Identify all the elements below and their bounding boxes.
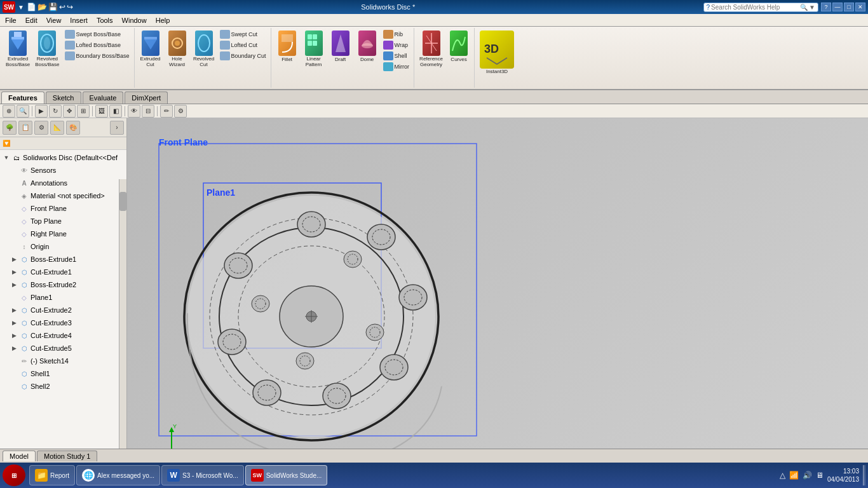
extruded-cut-btn[interactable]: ExtrudedCut <box>138 29 163 86</box>
undo-icon[interactable]: ↩ <box>59 3 65 11</box>
boss-extrude1-expand[interactable]: ▶ <box>10 255 18 263</box>
tree-scrollbar[interactable] <box>119 179 126 475</box>
taskbar-report[interactable]: 📁 Report <box>29 465 75 485</box>
tree-item-boss-extrude1[interactable]: ▶ ⬡ Boss-Extrude1 <box>0 253 126 266</box>
reference-geometry-btn[interactable]: ReferenceGeometry <box>417 29 445 86</box>
tree-item-boss-extrude2[interactable]: ▶ ⬡ Boss-Extrude2 <box>0 278 126 291</box>
dim-xpert-manager-btn[interactable]: 📐 <box>50 121 64 135</box>
menu-help[interactable]: Help <box>152 16 174 25</box>
tree-item-right-plane[interactable]: ◇ Right Plane <box>0 227 126 240</box>
hide-show-btn[interactable]: 👁 <box>128 105 140 118</box>
boss-extrude2-expand[interactable]: ▶ <box>10 281 18 288</box>
selection-filter-btn[interactable]: ▶ <box>35 105 48 118</box>
menu-view[interactable]: View <box>43 16 65 25</box>
rib-btn[interactable]: Rib <box>381 29 412 39</box>
new-icon[interactable]: 📄 <box>27 3 36 11</box>
notify-icon[interactable]: △ <box>780 471 785 480</box>
tree-item-cut-extrude4[interactable]: ▶ ⬡ Cut-Extrude4 <box>0 329 126 342</box>
open-icon[interactable]: 📂 <box>37 3 47 11</box>
feature-manager-btn[interactable]: 🌳 <box>3 121 17 135</box>
network-icon[interactable]: 📶 <box>789 471 799 480</box>
bottom-tab-model[interactable]: Model <box>3 451 36 461</box>
extruded-boss-base-btn[interactable]: ExtrudedBoss/Base <box>4 29 32 86</box>
cut-extrude2-expand[interactable]: ▶ <box>10 306 18 314</box>
tab-dimxpert[interactable]: DimXpert <box>125 92 168 104</box>
boundary-cut-btn[interactable]: Boundary Cut <box>218 51 268 61</box>
curves-btn[interactable]: Curves <box>446 29 471 86</box>
swept-boss-base-btn[interactable]: Swept Boss/Base <box>63 29 132 39</box>
hole-wizard-btn[interactable]: HoleWizard <box>165 29 190 86</box>
expand-icon[interactable]: › <box>110 121 124 135</box>
tree-item-cut-extrude1[interactable]: ▶ ⬡ Cut-Extrude1 <box>0 266 126 278</box>
menu-file[interactable]: File <box>1 16 20 25</box>
bottom-tab-motion-study[interactable]: Motion Study 1 <box>37 451 97 461</box>
menu-insert[interactable]: Insert <box>66 16 92 25</box>
cut-extrude1-expand[interactable]: ▶ <box>10 268 18 276</box>
tree-item-material[interactable]: ◈ Material <not specified> <box>0 189 126 202</box>
volume-icon[interactable]: 🔊 <box>803 471 812 480</box>
menu-window[interactable]: Window <box>118 16 151 25</box>
show-desktop-btn[interactable] <box>863 465 865 485</box>
tree-item-origin[interactable]: ↕ Origin <box>0 240 126 253</box>
zoom-fit-btn[interactable]: ⊕ <box>3 105 15 118</box>
view-settings-btn[interactable]: ⚙ <box>174 105 187 118</box>
cut-extrude4-expand[interactable]: ▶ <box>10 332 18 339</box>
viewport[interactable]: ⊕ ⊖ ▶ ↻ ✥ ⊞ 🖼 ◧ 👁 🌅 ⚙ ⊞ — | <box>127 118 868 488</box>
save-icon[interactable]: 💾 <box>48 3 58 11</box>
tab-sketch[interactable]: Sketch <box>46 92 81 104</box>
tree-item-top-plane[interactable]: ◇ Top Plane <box>0 215 126 227</box>
tab-features[interactable]: Features <box>1 92 44 104</box>
search-input[interactable] <box>711 4 800 11</box>
redo-icon[interactable]: ↪ <box>67 3 73 11</box>
monitor-icon[interactable]: 🖥 <box>816 471 824 480</box>
menu-tools[interactable]: Tools <box>93 16 117 25</box>
start-button[interactable]: ⊞ <box>3 464 25 486</box>
display-style-btn[interactable]: ◧ <box>109 105 122 118</box>
help-btn[interactable]: ? <box>821 3 831 11</box>
tree-root[interactable]: ▼ 🗂 Solidworks Disc (Default<<Def <box>0 151 126 164</box>
tree-item-cut-extrude5[interactable]: ▶ ⬡ Cut-Extrude5 <box>0 342 126 355</box>
zoom-area-btn[interactable]: ⊞ <box>77 105 90 118</box>
lofted-boss-base-btn[interactable]: Lofted Boss/Base <box>63 40 132 50</box>
search-btn[interactable]: 🔍 <box>800 4 808 11</box>
instant3d-btn[interactable]: 3D Instant3D <box>478 29 516 76</box>
tree-scrollbar-thumb[interactable] <box>119 192 126 211</box>
rotate-btn[interactable]: ↻ <box>49 105 62 118</box>
tree-item-cut-extrude3[interactable]: ▶ ⬡ Cut-Extrude3 <box>0 316 126 329</box>
search-dropdown-btn[interactable]: ▼ <box>809 4 815 11</box>
display-manager-btn[interactable]: 🎨 <box>66 121 80 135</box>
config-manager-btn[interactable]: ⚙ <box>34 121 48 135</box>
rapid-sketch-btn[interactable]: ✏ <box>160 105 173 118</box>
zoom-in-btn[interactable]: 🔍 <box>17 105 29 118</box>
tree-item-shell1[interactable]: ⬡ Shell1 <box>0 367 126 380</box>
tree-item-shell2[interactable]: ⬡ Shell2 <box>0 380 126 393</box>
tree-item-cut-extrude2[interactable]: ▶ ⬡ Cut-Extrude2 <box>0 304 126 316</box>
cut-extrude5-expand[interactable]: ▶ <box>10 344 18 352</box>
view-orient-btn[interactable]: 🖼 <box>95 105 108 118</box>
revolved-boss-base-btn[interactable]: RevolvedBoss/Base <box>33 29 61 86</box>
linear-pattern-btn[interactable]: LinearPattern <box>301 29 327 86</box>
cut-extrude3-expand[interactable]: ▶ <box>10 319 18 327</box>
maximize-btn[interactable]: □ <box>844 3 854 11</box>
tree-item-front-plane[interactable]: ◇ Front Plane <box>0 202 126 215</box>
minimize-btn[interactable]: — <box>832 3 843 11</box>
mirror-btn[interactable]: Mirror <box>381 62 412 72</box>
taskbar-solidworks[interactable]: SW SolidWorks Stude... <box>245 465 328 485</box>
taskbar-word[interactable]: W S3 - Microsoft Wo... <box>161 465 244 485</box>
swept-cut-btn[interactable]: Swept Cut <box>218 29 268 39</box>
draft-btn[interactable]: Draft <box>328 29 353 86</box>
panel-more-btn[interactable]: › <box>110 121 124 135</box>
viewport-content[interactable]: Front Plane Plane1 <box>127 118 868 488</box>
lofted-cut-btn[interactable]: Lofted Cut <box>218 40 268 50</box>
section-view-btn[interactable]: ⊟ <box>142 105 154 118</box>
tree-item-sketch14[interactable]: ✏ (-) Sketch14 <box>0 355 126 367</box>
tree-item-sensors[interactable]: 👁 Sensors <box>0 164 126 177</box>
tree-item-plane1[interactable]: ◇ Plane1 <box>0 291 126 304</box>
revolved-cut-btn[interactable]: RevolvedCut <box>191 29 217 86</box>
close-btn[interactable]: ✕ <box>855 3 865 11</box>
boundary-boss-base-btn[interactable]: Boundary Boss/Base <box>63 51 132 61</box>
shell-btn[interactable]: Shell <box>381 51 412 61</box>
taskbar-chrome[interactable]: 🌐 Alex messaged yo... <box>76 465 160 485</box>
menu-edit[interactable]: Edit <box>22 16 41 25</box>
dome-btn[interactable]: Dome <box>355 29 380 86</box>
